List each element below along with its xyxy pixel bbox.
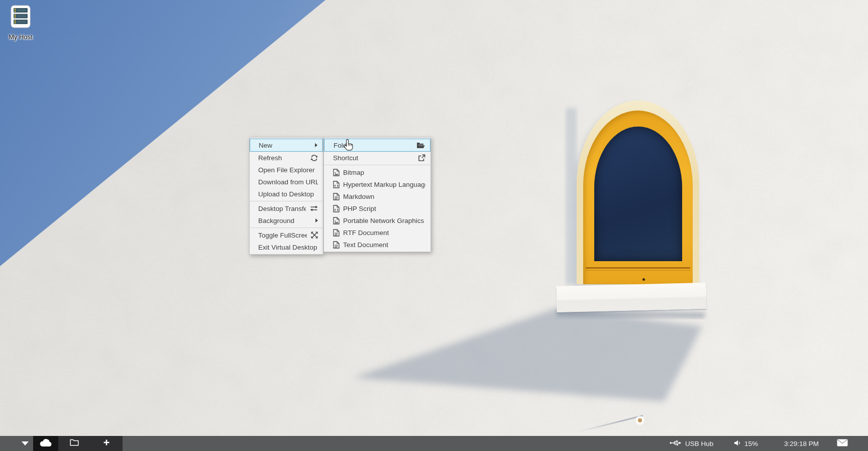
desktop-surface[interactable]: My Host New Refresh Open File Explorer D… — [0, 0, 868, 451]
speaker-icon — [734, 439, 741, 448]
folder-icon — [70, 439, 79, 448]
image-file-icon — [333, 169, 340, 176]
submenu-item-shortcut[interactable]: Shortcut — [324, 152, 430, 164]
wall-stick-knob — [638, 418, 642, 422]
menu-item-background[interactable]: Background — [250, 214, 323, 227]
taskbar-files-button[interactable] — [58, 436, 90, 451]
chevron-down-icon — [22, 441, 29, 445]
tray-volume-label: 15% — [744, 440, 758, 447]
refresh-icon — [310, 154, 318, 162]
plus-icon — [103, 439, 110, 448]
photo-window — [577, 100, 699, 284]
tray-usb-label: USB Hub — [685, 440, 713, 447]
new-submenu: Folder Shortcut — [323, 137, 431, 252]
tray-volume[interactable]: 15% — [734, 436, 758, 451]
mail-icon — [837, 439, 848, 448]
submenu-item-png[interactable]: Portable Network Graphics — [324, 214, 430, 227]
taskbar-collapse-button[interactable] — [18, 436, 32, 451]
transfer-arrows-icon — [310, 205, 318, 212]
menu-separator — [250, 201, 323, 201]
submenu-arrow-icon — [315, 143, 317, 147]
submenu-item-rtf-document[interactable]: RTF Document — [324, 227, 430, 239]
taskbar-cloud-button[interactable] — [33, 436, 58, 451]
window-ledge — [556, 283, 706, 312]
submenu-item-text-document[interactable]: Text Document — [324, 239, 430, 251]
tray-mail[interactable] — [837, 436, 848, 451]
text-file-icon — [333, 241, 340, 249]
desktop-icon-my-host[interactable]: My Host — [3, 5, 38, 41]
code-file-icon — [333, 205, 340, 212]
menu-item-download-from-url[interactable]: Download from URL — [250, 176, 323, 188]
code-file-icon — [333, 181, 340, 188]
window-sill-dot — [642, 278, 645, 281]
cloud-icon — [39, 438, 52, 449]
folder-open-icon — [416, 142, 425, 149]
menu-item-exit-virtual-desktop[interactable]: Exit Virtual Desktop — [250, 241, 323, 253]
image-file-icon — [333, 217, 340, 224]
usb-icon — [670, 440, 682, 447]
context-menu: New Refresh Open File Explorer Download … — [249, 137, 323, 255]
menu-item-desktop-transfer[interactable]: Desktop Transfer — [250, 202, 323, 214]
submenu-item-folder[interactable]: Folder — [324, 139, 430, 152]
server-icon — [11, 5, 31, 30]
window-sill-line — [586, 267, 690, 269]
menu-item-toggle-fullscreen[interactable]: Toggle FullScreen — [250, 229, 323, 241]
submenu-item-bitmap[interactable]: Bitmap — [324, 166, 430, 178]
submenu-item-php-script[interactable]: PHP Script — [324, 202, 430, 214]
tray-clock-label: 3:29:18 PM — [784, 440, 819, 447]
taskbar: USB Hub 15% 3:29:18 PM — [0, 436, 868, 451]
tray-usb[interactable]: USB Hub — [670, 436, 713, 451]
text-file-icon — [333, 193, 340, 200]
tray-clock: 3:29:18 PM — [784, 436, 819, 451]
taskbar-button-group — [58, 436, 123, 451]
menu-item-open-file-explorer[interactable]: Open File Explorer — [250, 164, 323, 176]
menu-item-new[interactable]: New — [250, 139, 323, 152]
taskbar-add-button[interactable] — [90, 436, 123, 451]
desktop-icon-label: My Host — [3, 33, 38, 41]
window-glass — [594, 127, 682, 261]
text-file-icon — [333, 229, 340, 237]
menu-item-upload-to-desktop[interactable]: Upload to Desktop — [250, 188, 323, 200]
menu-separator — [250, 228, 323, 228]
fullscreen-arrows-icon — [311, 232, 318, 239]
external-link-icon — [418, 154, 425, 162]
submenu-item-markdown[interactable]: Markdown — [324, 190, 430, 202]
window-sill-line — [586, 270, 690, 271]
menu-item-refresh[interactable]: Refresh — [250, 152, 323, 164]
submenu-item-html[interactable]: Hypertext Markup Language — [324, 178, 430, 190]
menu-separator — [324, 165, 430, 165]
submenu-arrow-icon — [315, 218, 318, 222]
